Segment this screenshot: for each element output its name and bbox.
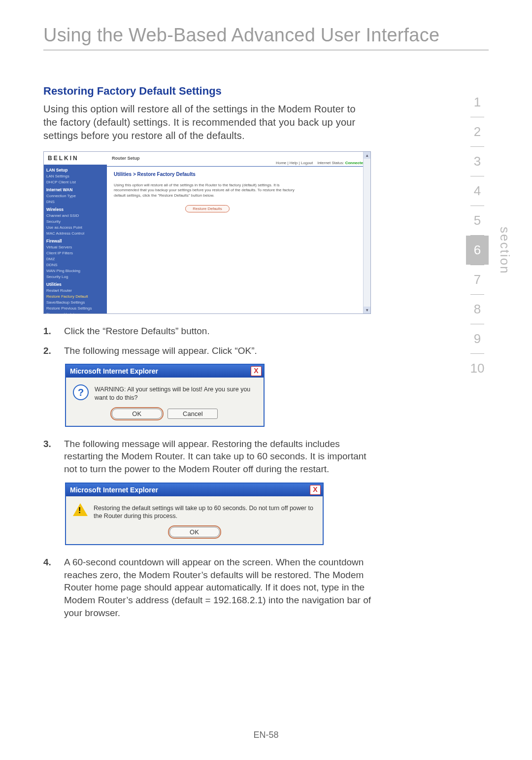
- step-3: 3. The following message will appear. Re…: [43, 438, 371, 476]
- sidebar-item[interactable]: Channel and SSID: [46, 213, 104, 218]
- page-title: Using the Web-Based Advanced User Interf…: [43, 25, 489, 46]
- sidebar-item[interactable]: Virtual Servers: [46, 245, 104, 249]
- sidebar-item[interactable]: Save/Backup Settings: [46, 300, 104, 305]
- step-number-4: 4.: [43, 556, 64, 619]
- instruction-list: 1. Click the “Restore Defaults” button. …: [43, 325, 371, 357]
- ie-dialog-message: WARNING: All your settings will be lost!…: [95, 384, 257, 402]
- section-nav-1[interactable]: 1: [466, 88, 489, 117]
- sidebar-item[interactable]: Restore Factory Default: [46, 294, 104, 299]
- sidebar-category: Firewall: [46, 239, 104, 243]
- step-number-3: 3.: [43, 438, 64, 476]
- scrollbar[interactable]: ▴ ▾: [363, 152, 370, 313]
- router-description: Using this option will restore all of th…: [114, 183, 301, 198]
- router-main: Router Setup Home | Help | Logout Intern…: [107, 152, 370, 313]
- restore-defaults-button[interactable]: Restore Defaults: [185, 205, 230, 212]
- section-nav-6[interactable]: 6: [466, 236, 489, 265]
- section-nav-7[interactable]: 7: [466, 265, 489, 294]
- step-text-1: Click the “Restore Defaults” button.: [64, 325, 371, 338]
- router-ui-screenshot: BELKIN LAN SetupLAN SettingsDHCP Client …: [43, 151, 371, 314]
- sidebar-item[interactable]: DHCP Client List: [46, 180, 104, 184]
- router-status-label: Internet Status:: [317, 161, 344, 165]
- section-nav-10[interactable]: 10: [466, 354, 489, 383]
- step-text-3: The following message will appear. Resto…: [64, 438, 371, 476]
- router-header: Router Setup Home | Help | Logout Intern…: [107, 152, 370, 167]
- sidebar-category: Wireless: [46, 207, 104, 212]
- router-sidebar: BELKIN LAN SetupLAN SettingsDHCP Client …: [44, 152, 107, 313]
- router-status-value: Connected: [345, 161, 366, 165]
- sidebar-item[interactable]: Security Log: [46, 275, 104, 279]
- sidebar-item[interactable]: Client IP Filters: [46, 251, 104, 255]
- ie-dialog-info: Microsoft Internet Explorer X Restoring …: [65, 483, 324, 546]
- ie-dialog-message-2: Restoring the default settings will take…: [94, 503, 316, 520]
- router-breadcrumb: Utilities > Restore Factory Defaults: [114, 172, 364, 177]
- step-number-1: 1.: [43, 325, 64, 338]
- sidebar-item[interactable]: WAN Ping Blocking: [46, 269, 104, 273]
- ok-button[interactable]: OK: [169, 527, 220, 537]
- sidebar-category: LAN Setup: [46, 168, 104, 173]
- sidebar-item[interactable]: Firmware Update: [46, 312, 104, 314]
- section-nav-9[interactable]: 9: [466, 324, 489, 353]
- sidebar-item[interactable]: DNS: [46, 200, 104, 204]
- sidebar-item[interactable]: Restore Previous Settings: [46, 306, 104, 311]
- sidebar-item[interactable]: LAN Settings: [46, 174, 104, 178]
- sidebar-category: Utilities: [46, 282, 104, 287]
- sidebar-item[interactable]: Use as Access Point: [46, 225, 104, 230]
- sidebar-item[interactable]: DDNS: [46, 263, 104, 267]
- scroll-up-icon[interactable]: ▴: [364, 152, 370, 159]
- page-number: EN-58: [0, 730, 532, 740]
- ie-dialog-warning: Microsoft Internet Explorer X ? WARNING:…: [65, 364, 265, 427]
- question-icon: ?: [73, 384, 89, 400]
- ok-button[interactable]: OK: [112, 409, 162, 419]
- section-label: section: [497, 227, 512, 274]
- ie-dialog-title-2: Microsoft Internet Explorer: [70, 486, 158, 494]
- step-text-2: The following message will appear. Click…: [64, 345, 371, 357]
- sub-title: Restoring Factory Default Settings: [43, 85, 371, 98]
- router-setup-label: Router Setup: [112, 156, 140, 161]
- scroll-down-icon[interactable]: ▾: [364, 307, 370, 313]
- sidebar-item[interactable]: Security: [46, 219, 104, 224]
- step-text-4: A 60-second countdown will appear on the…: [64, 556, 371, 619]
- ie-dialog-titlebar-2: Microsoft Internet Explorer X: [66, 484, 323, 496]
- close-icon[interactable]: X: [251, 366, 262, 376]
- intro-paragraph: Using this option will restore all of th…: [43, 103, 371, 142]
- sidebar-item[interactable]: Connection Type: [46, 194, 104, 198]
- instruction-list-2: 3. The following message will appear. Re…: [43, 438, 371, 476]
- close-icon[interactable]: X: [310, 485, 321, 495]
- section-nav-5[interactable]: 5: [466, 206, 489, 235]
- section-nav: 1 2 3 4 5 6 7 8 9 10: [466, 88, 489, 383]
- router-header-links[interactable]: Home | Help | Logout: [276, 161, 313, 165]
- section-nav-2[interactable]: 2: [466, 117, 489, 146]
- section-nav-8[interactable]: 8: [466, 295, 489, 324]
- step-number-2: 2.: [43, 345, 64, 357]
- instruction-list-3: 4. A 60-second countdown will appear on …: [43, 556, 371, 619]
- cancel-button[interactable]: Cancel: [167, 409, 218, 419]
- sidebar-item[interactable]: DMZ: [46, 257, 104, 261]
- section-nav-3[interactable]: 3: [466, 147, 489, 176]
- router-brand: BELKIN: [48, 155, 79, 162]
- sidebar-category: Internet WAN: [46, 187, 104, 192]
- ie-dialog-title: Microsoft Internet Explorer: [70, 367, 158, 375]
- ie-dialog-titlebar: Microsoft Internet Explorer X: [66, 365, 264, 378]
- step-1: 1. Click the “Restore Defaults” button.: [43, 325, 371, 338]
- section-nav-4[interactable]: 4: [466, 176, 489, 206]
- step-4: 4. A 60-second countdown will appear on …: [43, 556, 371, 619]
- sidebar-item[interactable]: Restart Router: [46, 288, 104, 293]
- sidebar-item[interactable]: MAC Address Control: [46, 231, 104, 236]
- warning-icon: [73, 503, 88, 516]
- step-2: 2. The following message will appear. Cl…: [43, 345, 371, 357]
- title-rule: [43, 50, 489, 50]
